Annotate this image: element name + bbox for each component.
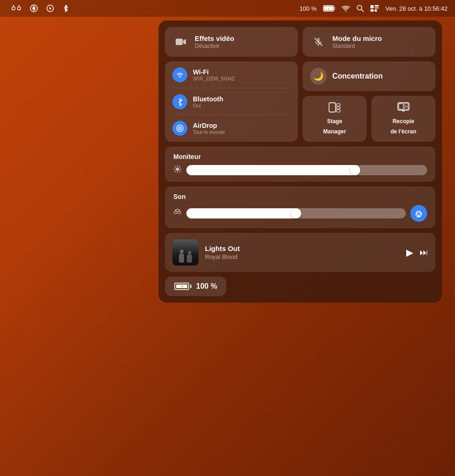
son-thumb[interactable]: [291, 208, 301, 218]
recopie-label2: de l'écran: [390, 128, 416, 136]
airplay-button[interactable]: [410, 205, 427, 222]
svg-rect-30: [336, 104, 340, 106]
podcast-icon: [30, 4, 38, 13]
svg-rect-17: [375, 7, 379, 8]
wifi-subtitle: SFR_22D8_5GHZ: [193, 76, 235, 81]
svg-rect-36: [404, 107, 408, 109]
control-center-panel: Effets vidéo Désactivé Mode du micro Sta…: [158, 20, 442, 303]
menubar-wifi-icon: [342, 5, 350, 12]
stage-recopie-row: Stage Manager Recopie de l'éc: [303, 96, 435, 142]
volume-icon: [173, 208, 182, 218]
svg-rect-15: [370, 5, 374, 8]
bluetooth-item[interactable]: Bluetooth Oui: [165, 88, 298, 115]
battery-icon: ⚡: [174, 283, 191, 290]
svg-rect-32: [336, 110, 340, 112]
network-tile[interactable]: Wi-Fi SFR_22D8_5GHZ Bluetooth Oui: [165, 61, 298, 142]
battery-tip: [190, 284, 191, 288]
svg-point-1: [18, 7, 21, 10]
son-slider[interactable]: [186, 208, 406, 218]
effets-video-title: Effets vidéo: [195, 34, 234, 42]
svg-point-0: [12, 7, 15, 10]
son-slider-row: [173, 205, 427, 222]
moniteur-slider[interactable]: [186, 165, 427, 175]
track-info: Lights Out Royal Blood: [205, 245, 400, 260]
svg-point-47: [174, 211, 177, 214]
recopie-label: Recopie: [393, 118, 415, 126]
menubar-datetime[interactable]: Ven. 28 oct. à 10:56:42: [385, 5, 448, 12]
concentration-icon: 🌙: [310, 68, 327, 85]
airdrop-subtitle: Tout le monde: [193, 129, 225, 135]
skip-button[interactable]: ⏭: [420, 248, 428, 258]
track-artist: Royal Blood: [205, 253, 400, 260]
svg-point-12: [345, 10, 346, 11]
airdrop-title: AirDrop: [193, 122, 225, 129]
menubar-battery: 100 %: [299, 5, 317, 12]
battery-fill: ⚡: [176, 284, 187, 288]
effets-video-info: Effets vidéo Désactivé: [195, 34, 234, 49]
brightness-icon: [173, 165, 182, 175]
bluetooth-icon-circle: [172, 94, 187, 109]
control-center-menubar-icon[interactable]: [370, 5, 379, 12]
svg-point-25: [179, 76, 181, 78]
wifi-info: Wi-Fi SFR_22D8_5GHZ: [193, 68, 235, 81]
row-effects-micro: Effets vidéo Désactivé Mode du micro Sta…: [165, 27, 435, 57]
battery-row: ⚡ 100 %: [165, 277, 435, 296]
now-playing-section: Lights Out Royal Blood ▶ ⏭: [165, 233, 435, 272]
effets-video-tile[interactable]: Effets vidéo Désactivé: [165, 27, 298, 57]
recopie-icon: [397, 102, 409, 115]
mode-micro-subtitle: Standard: [332, 43, 382, 49]
battery-tile[interactable]: ⚡ 100 %: [165, 277, 226, 296]
mode-micro-icon: [310, 33, 327, 50]
menubar-battery-icon: ⚡: [323, 5, 335, 12]
track-title: Lights Out: [205, 245, 400, 252]
concentration-tile[interactable]: 🌙 Concentration: [303, 61, 435, 91]
airdrop-icon-circle: [172, 121, 187, 136]
svg-point-28: [179, 128, 180, 129]
bluetooth-title: Bluetooth: [193, 95, 223, 103]
svg-point-48: [178, 211, 181, 214]
moniteur-slider-row: [173, 165, 427, 175]
son-section: Son: [165, 186, 435, 228]
battery-bolt-icon: ⚡: [179, 284, 185, 289]
svg-rect-29: [329, 103, 336, 112]
bluetooth-info: Bluetooth Oui: [193, 95, 223, 108]
mode-micro-info: Mode du micro Standard: [332, 34, 382, 49]
stage-manager-tile[interactable]: Stage Manager: [303, 96, 367, 142]
svg-rect-20: [176, 39, 183, 45]
right-col: 🌙 Concentration Stage M: [303, 61, 435, 142]
wifi-icon-circle: [172, 67, 187, 82]
playback-controls: ▶ ⏭: [406, 247, 428, 258]
stage-manager-label2: Manager: [323, 128, 346, 136]
svg-line-45: [175, 171, 176, 172]
svg-rect-19: [375, 9, 377, 12]
svg-text:⚡: ⚡: [326, 7, 330, 11]
wifi-title: Wi-Fi: [193, 68, 235, 76]
mode-micro-title: Mode du micro: [332, 34, 382, 42]
recopie-ecran-tile[interactable]: Recopie de l'écran: [371, 96, 435, 142]
effets-video-subtitle: Désactivé: [195, 43, 234, 49]
row-network-focus: Wi-Fi SFR_22D8_5GHZ Bluetooth Oui: [165, 61, 435, 142]
svg-rect-16: [375, 5, 379, 7]
svg-point-38: [176, 168, 179, 171]
moniteur-thumb[interactable]: [350, 165, 360, 175]
play-button[interactable]: ▶: [406, 247, 413, 258]
svg-rect-34: [399, 104, 403, 109]
svg-rect-31: [336, 107, 340, 109]
menubar-search-icon[interactable]: [356, 5, 364, 12]
son-label: Son: [173, 193, 427, 200]
stage-manager-icon: [329, 102, 341, 115]
wifi-item[interactable]: Wi-Fi SFR_22D8_5GHZ: [165, 61, 298, 88]
airdrop-info: AirDrop Tout le monde: [193, 122, 225, 135]
svg-rect-35: [404, 104, 408, 106]
airpods-icon: [11, 4, 21, 13]
airdrop-item[interactable]: AirDrop Tout le monde: [165, 115, 298, 142]
mode-micro-tile[interactable]: Mode du micro Standard: [303, 27, 435, 57]
stage-manager-label: Stage: [327, 118, 343, 126]
bluetooth-subtitle: Oui: [193, 103, 223, 108]
effets-video-icon: [172, 33, 189, 50]
menubar-right-icons: 100 % ⚡: [299, 5, 448, 12]
battery-percentage: 100 %: [196, 282, 217, 291]
svg-line-46: [179, 166, 180, 167]
bluetooth-menubar-icon: [62, 4, 69, 13]
album-art: [172, 239, 198, 265]
